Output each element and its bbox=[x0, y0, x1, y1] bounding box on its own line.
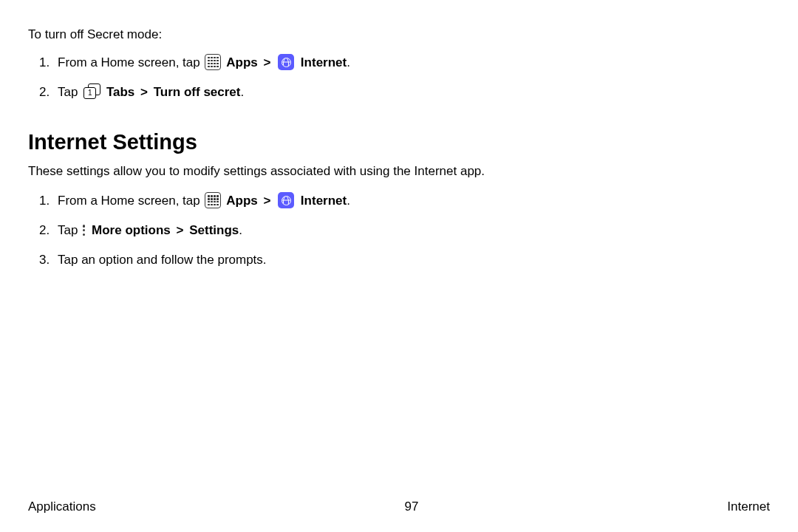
more-options-icon bbox=[83, 225, 85, 235]
turn-off-secret-label: Turn off secret bbox=[154, 85, 241, 99]
internet-settings-title: Internet Settings bbox=[28, 130, 545, 154]
step-text: Tap bbox=[58, 223, 78, 237]
breadcrumb-arrow: > bbox=[263, 55, 270, 69]
apps-grid bbox=[208, 57, 219, 68]
secret-off-step-1: From a Home screen, tap Apps > Internet. bbox=[53, 50, 545, 80]
page-content: To turn off Secret mode: From a Home scr… bbox=[28, 25, 545, 278]
period: . bbox=[240, 85, 244, 99]
footer-left: Applications bbox=[28, 499, 96, 514]
page-footer: Applications 97 Internet bbox=[0, 499, 798, 514]
step-text: From a Home screen, tap bbox=[58, 194, 200, 208]
period: . bbox=[239, 223, 242, 237]
internet-settings-steps: From a Home screen, tap Apps > Internet.… bbox=[44, 188, 545, 278]
secret-off-step-2: Tap 1 Tabs > Turn off secret. bbox=[53, 80, 545, 109]
settings-label: Settings bbox=[189, 223, 239, 237]
tabs-label: Tabs bbox=[106, 85, 134, 99]
step-text: Tap bbox=[58, 85, 78, 99]
tabs-icon: 1 bbox=[83, 83, 100, 99]
apps-label: Apps bbox=[226, 55, 258, 69]
internet-label: Internet bbox=[301, 55, 347, 69]
footer-page-number: 97 bbox=[405, 499, 419, 514]
breadcrumb-arrow: > bbox=[177, 223, 184, 237]
tabs-count: 1 bbox=[83, 87, 96, 99]
step-text: Tap an option and follow the prompts. bbox=[58, 253, 267, 267]
settings-step-3: Tap an option and follow the prompts. bbox=[53, 248, 545, 277]
globe-icon bbox=[282, 58, 291, 67]
apps-icon bbox=[205, 192, 221, 208]
secret-off-intro: To turn off Secret mode: bbox=[28, 25, 545, 44]
settings-step-2: Tap More options > Settings. bbox=[53, 218, 545, 248]
footer-right: Internet bbox=[727, 499, 770, 514]
apps-label: Apps bbox=[226, 194, 258, 208]
settings-step-1: From a Home screen, tap Apps > Internet. bbox=[53, 188, 545, 218]
internet-settings-desc: These settings allow you to modify setti… bbox=[28, 162, 545, 181]
apps-grid bbox=[208, 195, 219, 206]
breadcrumb-arrow: > bbox=[140, 85, 148, 99]
more-options-label: More options bbox=[92, 223, 171, 237]
period: . bbox=[347, 194, 350, 208]
apps-icon bbox=[205, 54, 221, 70]
breadcrumb-arrow: > bbox=[263, 194, 270, 208]
period: . bbox=[347, 55, 350, 69]
internet-icon bbox=[278, 192, 294, 208]
secret-off-steps: From a Home screen, tap Apps > Internet.… bbox=[44, 50, 545, 110]
step-text: From a Home screen, tap bbox=[58, 55, 200, 69]
internet-label: Internet bbox=[301, 194, 347, 208]
internet-icon bbox=[278, 54, 294, 70]
globe-icon bbox=[282, 196, 291, 205]
